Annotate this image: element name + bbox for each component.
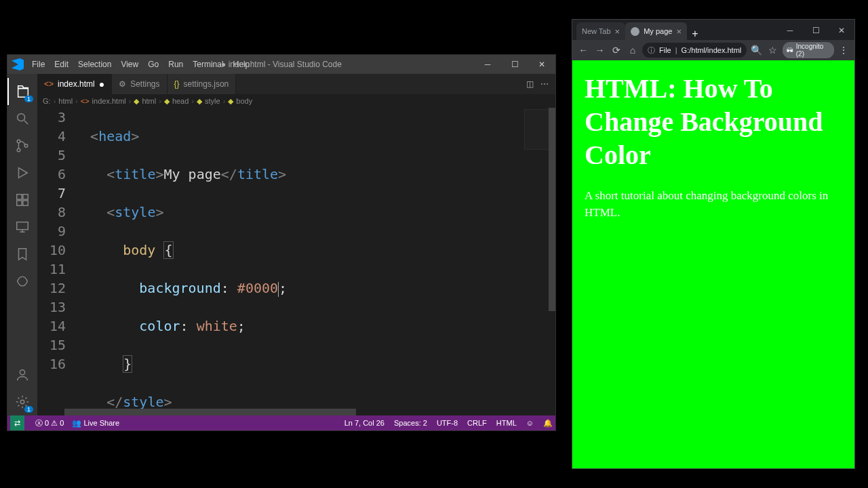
code-text[interactable]: <head> <title>My page</title> <style> bo… xyxy=(74,108,555,409)
svg-point-10 xyxy=(20,400,24,404)
tab-label: settings.json xyxy=(184,79,229,89)
url-text: G:/html/index.html xyxy=(682,46,742,54)
bookmark-star-icon[interactable]: ☆ xyxy=(766,43,779,58)
chrome-toolbar: ← → ⟳ ⌂ ⓘ File | G:/html/index.html 🔍 ☆ … xyxy=(572,40,854,60)
tab-label: My page xyxy=(644,27,672,35)
menu-go[interactable]: Go xyxy=(144,57,163,72)
page-heading: HTML: How To Change Background Color xyxy=(585,73,842,171)
close-button[interactable]: ✕ xyxy=(829,21,854,40)
source-control-icon[interactable] xyxy=(7,132,37,159)
breadcrumb-segment[interactable]: style xyxy=(205,97,220,105)
incognito-badge[interactable]: 🕶 Incognito (2) xyxy=(783,42,834,58)
menu-selection[interactable]: Selection xyxy=(74,57,115,72)
page-paragraph: A short tutorial about changing backgrou… xyxy=(585,188,842,221)
status-liveshare[interactable]: 👥 Live Share xyxy=(72,419,119,428)
more-actions-icon[interactable]: ⋯ xyxy=(540,79,549,89)
minimize-button[interactable]: ─ xyxy=(474,55,501,74)
bookmarks-icon[interactable] xyxy=(7,241,37,268)
explorer-icon[interactable]: 1 xyxy=(7,78,37,105)
chrome-tab-mypage[interactable]: My page × xyxy=(625,22,687,40)
breadcrumb-segment[interactable]: head xyxy=(172,97,189,105)
svg-rect-8 xyxy=(17,222,28,230)
url-scheme: File xyxy=(659,46,671,54)
svg-point-0 xyxy=(18,114,25,121)
workarea: 1 xyxy=(7,74,555,415)
tab-settings[interactable]: ⚙ Settings xyxy=(112,74,167,94)
breadcrumb-segment[interactable]: html xyxy=(142,97,156,105)
vscode-logo-icon xyxy=(12,58,24,70)
status-cursor-pos[interactable]: Ln 7, Col 26 xyxy=(344,419,384,427)
menu-file[interactable]: File xyxy=(28,57,49,72)
status-eol[interactable]: CRLF xyxy=(467,419,487,427)
gutter: 3 4 5 6 7 8 9 10 11 12 13 14 15 16 xyxy=(37,108,74,409)
menu-terminal[interactable]: Terminal xyxy=(189,57,227,72)
new-tab-button[interactable]: + xyxy=(687,28,703,40)
editor-area[interactable]: 3 4 5 6 7 8 9 10 11 12 13 14 15 16 <head… xyxy=(37,108,555,409)
status-bar: ⇄ ⓧ 0 ⚠ 0 👥 Live Share Ln 7, Col 26 Spac… xyxy=(7,415,555,430)
gear-icon: ⚙ xyxy=(119,79,126,89)
favicon-icon xyxy=(631,27,639,36)
menu-run[interactable]: Run xyxy=(164,57,187,72)
tab-settings-json[interactable]: {} settings.json xyxy=(167,74,237,94)
status-errors[interactable]: ⓧ 0 ⚠ 0 xyxy=(35,418,64,428)
maximize-button[interactable]: ☐ xyxy=(803,21,829,40)
activity-bar: 1 xyxy=(7,74,37,415)
site-info-icon[interactable]: ⓘ xyxy=(648,45,655,56)
back-button[interactable]: ← xyxy=(576,43,590,58)
reload-button[interactable]: ⟳ xyxy=(610,43,623,58)
feedback-icon[interactable]: ☺ xyxy=(526,419,534,427)
menu-bar: File Edit Selection View Go Run Terminal… xyxy=(28,57,254,72)
horizontal-scrollbar[interactable] xyxy=(37,409,555,415)
html-file-icon: <> xyxy=(44,79,54,89)
breadcrumb[interactable]: G:› html› <> index.html› ◆ html› ◆ head›… xyxy=(37,94,555,108)
liveshare-icon[interactable] xyxy=(7,268,37,295)
notifications-icon[interactable]: 🔔 xyxy=(543,419,553,428)
dirty-indicator-icon: ● xyxy=(99,79,104,89)
vertical-scrollbar[interactable] xyxy=(549,108,555,409)
maximize-button[interactable]: ☐ xyxy=(501,55,528,74)
svg-rect-6 xyxy=(17,201,22,205)
run-debug-icon[interactable] xyxy=(7,159,37,186)
forward-button[interactable]: → xyxy=(593,43,606,58)
split-editor-icon[interactable]: ◫ xyxy=(526,79,534,89)
accounts-icon[interactable] xyxy=(7,361,37,388)
kebab-menu-icon[interactable]: ⋮ xyxy=(837,43,850,58)
settings-icon[interactable]: 1 xyxy=(7,388,37,415)
close-button[interactable]: ✕ xyxy=(528,55,555,74)
symbol-icon: ◆ xyxy=(228,97,233,106)
status-indent[interactable]: Spaces: 2 xyxy=(394,419,427,427)
minimize-button[interactable]: ─ xyxy=(777,21,803,40)
menu-edit[interactable]: Edit xyxy=(50,57,73,72)
omnibox[interactable]: ⓘ File | G:/html/index.html xyxy=(642,43,747,58)
tab-index-html[interactable]: <> index.html ● xyxy=(37,74,112,94)
extensions-icon[interactable] xyxy=(7,186,37,214)
breadcrumb-segment[interactable]: html xyxy=(58,97,73,105)
remote-explorer-icon[interactable] xyxy=(7,214,37,241)
titlebar: File Edit Selection View Go Run Terminal… xyxy=(7,55,555,74)
remote-indicator[interactable]: ⇄ xyxy=(10,415,24,430)
search-icon[interactable] xyxy=(7,105,37,132)
vscode-window: File Edit Selection View Go Run Terminal… xyxy=(7,54,556,431)
status-encoding[interactable]: UTF-8 xyxy=(437,419,458,427)
svg-rect-5 xyxy=(23,195,28,199)
close-tab-icon[interactable]: × xyxy=(676,26,682,37)
editor-tabs: <> index.html ● ⚙ Settings {} settings.j… xyxy=(37,74,555,94)
tab-label: Settings xyxy=(130,79,159,89)
close-tab-icon[interactable]: × xyxy=(615,26,620,37)
breadcrumb-segment[interactable]: body xyxy=(236,97,252,105)
breadcrumb-segment[interactable]: G: xyxy=(43,97,51,105)
menu-view[interactable]: View xyxy=(117,57,142,72)
window-controls: ─ ☐ ✕ xyxy=(474,55,555,74)
chrome-topbar: New Tab × My page × + ─ ☐ ✕ ← → ⟳ ⌂ ⓘ Fi… xyxy=(572,20,854,60)
menu-help[interactable]: Help xyxy=(229,57,254,72)
minimap[interactable] xyxy=(524,109,551,150)
home-button[interactable]: ⌂ xyxy=(626,43,639,58)
incognito-icon: 🕶 xyxy=(787,47,793,54)
explorer-badge: 1 xyxy=(24,96,33,102)
editor-column: <> index.html ● ⚙ Settings {} settings.j… xyxy=(37,74,555,415)
symbol-icon: ◆ xyxy=(197,97,202,106)
chrome-tab-newtab[interactable]: New Tab × xyxy=(576,22,625,40)
status-language[interactable]: HTML xyxy=(496,419,517,427)
breadcrumb-segment[interactable]: index.html xyxy=(92,97,126,105)
zoom-icon[interactable]: 🔍 xyxy=(749,43,763,58)
